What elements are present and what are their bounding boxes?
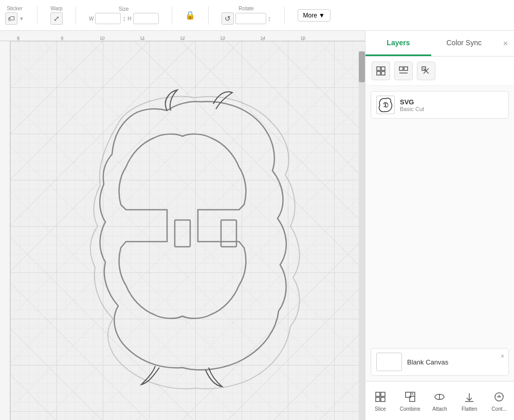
svg-rect-13 [376, 392, 380, 396]
panel-tool-icon-3 [421, 66, 431, 76]
panel-content: 𝔇 SVG Basic Cut [365, 86, 514, 222]
blank-canvas-close-button[interactable]: × [501, 353, 504, 360]
flatten-label: Flatten [462, 406, 478, 412]
slice-button[interactable]: Slice [365, 386, 395, 416]
scrollbar-thumb[interactable] [359, 51, 365, 82]
svg-rect-14 [381, 392, 385, 396]
svg-rect-0 [175, 220, 190, 247]
sticker-group: Sticker 🏷 ▼ [5, 6, 24, 25]
rotate-label: Rotate [238, 6, 253, 11]
panel-tool-icon-1 [376, 66, 386, 76]
cont-label: Cont... [491, 406, 506, 412]
combine-icon [403, 390, 417, 404]
svg-rect-4 [377, 71, 380, 75]
flatten-button[interactable]: Flatten [454, 386, 484, 416]
scrollbar-vertical[interactable] [359, 51, 365, 420]
ruler-tick-12: 12 [180, 35, 185, 41]
ruler-tick-14: 14 [260, 35, 265, 41]
combine-button[interactable]: Combine [395, 386, 425, 416]
divider-3 [172, 6, 172, 25]
tab-layers[interactable]: Layers [365, 31, 431, 56]
svg-rect-1 [221, 220, 236, 247]
svg-rect-2 [377, 67, 380, 70]
warp-icon-btn[interactable]: ⤢ [50, 12, 63, 25]
ruler-vertical [0, 41, 10, 420]
cont-icon [492, 390, 506, 404]
width-input[interactable] [95, 13, 121, 24]
panel-tool-btn-2[interactable] [394, 62, 413, 80]
svg-rect-15 [376, 397, 380, 401]
layer-thumb: 𝔇 [376, 96, 395, 114]
divider-1 [37, 6, 38, 25]
svg-rect-3 [381, 67, 385, 70]
ruler-tick-11: 11 [140, 35, 145, 41]
panel-close-button[interactable]: × [497, 31, 514, 56]
svg-text:𝔇: 𝔇 [383, 101, 389, 109]
panel-tool-icon-2 [399, 66, 408, 76]
divider-2 [76, 6, 76, 25]
more-button[interactable]: More ▼ [298, 9, 331, 22]
svg-rect-16 [381, 397, 385, 401]
layer-name: SVG [400, 98, 424, 106]
size-label: Size [119, 6, 128, 12]
blank-canvas-thumb [376, 353, 402, 371]
svg-rect-5 [381, 71, 385, 75]
ruler-horizontal: 8 9 10 11 12 13 14 15 [0, 31, 365, 41]
lock-icon[interactable]: 🔒 [185, 10, 195, 20]
size-group: Size W ↕ H [89, 6, 159, 24]
svg-d-container[interactable] [87, 82, 303, 401]
panel-spacer [365, 222, 514, 348]
divider-4 [208, 6, 209, 25]
panel-toolbar [365, 57, 514, 86]
rotate-icon-btn[interactable]: ↺ [222, 12, 234, 25]
ruler-tick-10: 10 [100, 35, 105, 41]
layer-item-svg[interactable]: 𝔇 SVG Basic Cut [371, 91, 509, 119]
ruler-tick-8: 8 [17, 35, 20, 41]
tab-color-sync[interactable]: Color Sync [431, 31, 497, 56]
blank-canvas-label: Blank Canvas [407, 358, 448, 366]
attach-button[interactable]: Attach [425, 386, 455, 416]
ruler-h-content: 8 9 10 11 12 13 14 15 [0, 31, 365, 41]
cont-button[interactable]: Cont... [484, 386, 514, 416]
detroit-d-svg [87, 82, 303, 401]
slice-label: Slice [375, 406, 386, 412]
panel-tool-btn-1[interactable] [372, 62, 390, 80]
attach-icon [432, 390, 447, 404]
ruler-tick-15: 15 [300, 35, 305, 41]
panel-tabs: Layers Color Sync × [365, 31, 514, 57]
main-area: 8 9 10 11 12 13 14 15 [0, 31, 514, 420]
attach-label: Attach [432, 406, 447, 412]
combine-label: Combine [400, 406, 420, 412]
sticker-label: Sticker [7, 6, 23, 11]
ruler-tick-13: 13 [220, 35, 225, 41]
sticker-icon-btn[interactable]: 🏷 [5, 12, 17, 25]
flatten-icon [462, 390, 476, 404]
ruler-tick-9: 9 [61, 35, 63, 41]
layer-thumb-svg: 𝔇 [378, 97, 393, 113]
layer-info: SVG Basic Cut [400, 98, 424, 112]
slice-icon [373, 390, 388, 404]
canvas-area: 8 9 10 11 12 13 14 15 [0, 31, 365, 420]
canvas-content[interactable] [10, 41, 365, 420]
svg-rect-6 [399, 67, 403, 70]
warp-label: Warp [50, 6, 63, 11]
rotate-input[interactable] [235, 13, 266, 24]
right-panel: Layers Color Sync × [365, 31, 514, 420]
rotate-group: Rotate ↺ ↕ [222, 6, 271, 25]
divider-5 [284, 6, 285, 25]
layer-type: Basic Cut [400, 106, 424, 112]
warp-group: Warp ⤢ [50, 6, 63, 25]
svg-rect-7 [404, 67, 408, 70]
grid-background [10, 41, 365, 420]
panel-bottom-toolbar: Slice Combine [365, 381, 514, 420]
height-input[interactable] [133, 13, 159, 24]
panel-tool-btn-3[interactable] [417, 62, 435, 80]
main-toolbar: Sticker 🏷 ▼ Warp ⤢ Size W ↕ H 🔒 Rotate ↺… [0, 0, 514, 31]
blank-canvas-item[interactable]: Blank Canvas × [371, 348, 509, 376]
